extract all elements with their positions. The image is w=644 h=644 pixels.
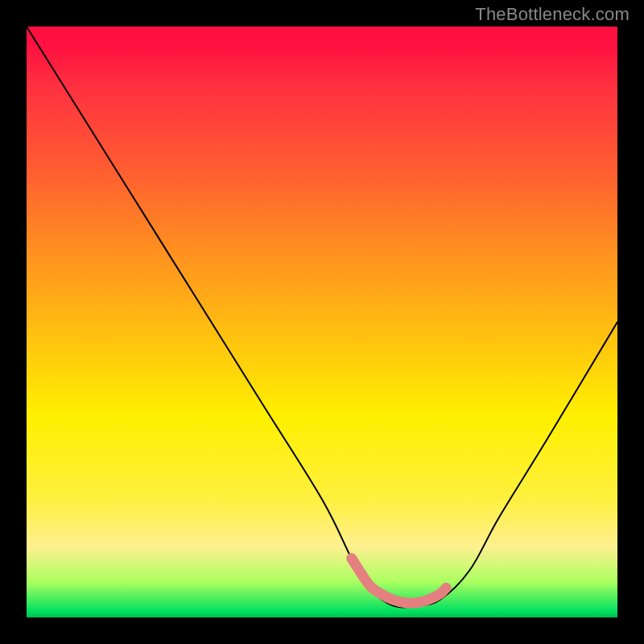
plot-area: [27, 27, 617, 617]
bottleneck-curve-line: [27, 27, 617, 607]
watermark-text: TheBottleneck.com: [475, 4, 630, 25]
curve-layer: [27, 27, 617, 617]
bottleneck-curve-highlight: [352, 559, 446, 604]
bottleneck-chart: TheBottleneck.com: [0, 0, 644, 644]
